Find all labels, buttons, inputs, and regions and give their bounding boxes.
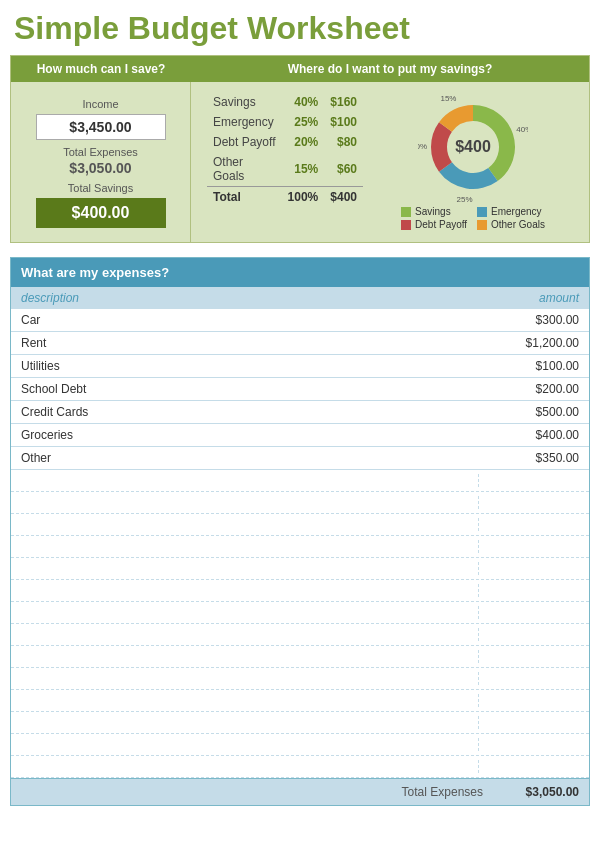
expense-amount: $500.00: [479, 405, 579, 419]
empty-desc[interactable]: [21, 584, 479, 597]
empty-amount[interactable]: [479, 584, 579, 597]
empty-amount[interactable]: [479, 474, 579, 487]
expense-desc: Rent: [21, 336, 479, 350]
expense-desc: Credit Cards: [21, 405, 479, 419]
empty-desc[interactable]: [21, 562, 479, 575]
expense-rows-container: Car $300.00 Rent $1,200.00 Utilities $10…: [11, 309, 589, 778]
savings-row: Savings 40% $160: [207, 92, 363, 112]
empty-amount[interactable]: [479, 606, 579, 619]
empty-desc[interactable]: [21, 650, 479, 663]
legend-color: [401, 220, 411, 230]
total-expenses-label: Total Expenses: [21, 146, 180, 158]
empty-desc[interactable]: [21, 474, 479, 487]
expense-row-empty[interactable]: [11, 602, 589, 624]
empty-amount[interactable]: [479, 628, 579, 641]
empty-amount[interactable]: [479, 540, 579, 553]
expense-row: Rent $1,200.00: [11, 332, 589, 355]
empty-amount[interactable]: [479, 496, 579, 509]
expense-row: School Debt $200.00: [11, 378, 589, 401]
chart-center-label: $400: [455, 138, 491, 156]
savings-row-pct: 15%: [282, 152, 325, 187]
empty-desc[interactable]: [21, 496, 479, 509]
savings-row-label: Emergency: [207, 112, 282, 132]
income-label: Income: [21, 98, 180, 110]
savings-row-amount: $60: [324, 152, 363, 187]
legend-color: [401, 207, 411, 217]
legend-label: Debt Payoff: [415, 219, 467, 230]
expense-amount: $100.00: [479, 359, 579, 373]
expense-row-empty[interactable]: [11, 580, 589, 602]
income-input[interactable]: [36, 114, 166, 140]
expense-row-empty[interactable]: [11, 646, 589, 668]
savings-row-pct: 100%: [282, 187, 325, 208]
empty-desc[interactable]: [21, 716, 479, 729]
expense-row-empty[interactable]: [11, 492, 589, 514]
legend-item: Debt Payoff: [401, 219, 469, 230]
expense-amount: $350.00: [479, 451, 579, 465]
expense-row-empty[interactable]: [11, 690, 589, 712]
savings-row-label: Debt Payoff: [207, 132, 282, 152]
donut-label: 15%: [440, 94, 456, 103]
empty-amount[interactable]: [479, 694, 579, 707]
expense-desc: Groceries: [21, 428, 479, 442]
total-expenses-value: $3,050.00: [21, 160, 180, 176]
empty-amount[interactable]: [479, 716, 579, 729]
donut-label: 20%: [418, 142, 427, 151]
empty-desc[interactable]: [21, 672, 479, 685]
chart-legend: Savings Emergency Debt Payoff Other Goal…: [401, 206, 545, 230]
savings-row-label: Other Goals: [207, 152, 282, 187]
expenses-col-header: description amount: [11, 287, 589, 309]
empty-amount[interactable]: [479, 760, 579, 773]
savings-row-amount: $160: [324, 92, 363, 112]
savings-row-pct: 20%: [282, 132, 325, 152]
expense-desc: School Debt: [21, 382, 479, 396]
empty-desc[interactable]: [21, 760, 479, 773]
expense-row-empty[interactable]: [11, 712, 589, 734]
savings-row-amount: $80: [324, 132, 363, 152]
empty-desc[interactable]: [21, 518, 479, 531]
savings-table: Savings 40% $160 Emergency 25% $100 Debt…: [207, 92, 363, 232]
donut-label: 25%: [457, 195, 473, 202]
expense-amount: $200.00: [479, 382, 579, 396]
expense-desc: Utilities: [21, 359, 479, 373]
expense-row-empty[interactable]: [11, 734, 589, 756]
empty-desc[interactable]: [21, 606, 479, 619]
expense-row-empty[interactable]: [11, 756, 589, 778]
empty-desc[interactable]: [21, 628, 479, 641]
col-amount-label: amount: [479, 291, 579, 305]
expenses-footer: Total Expenses $3,050.00: [11, 778, 589, 805]
empty-amount[interactable]: [479, 518, 579, 531]
savings-row-label: Total: [207, 187, 282, 208]
expense-row-empty[interactable]: [11, 536, 589, 558]
total-savings-value: $400.00: [36, 198, 166, 228]
expense-amount: $300.00: [479, 313, 579, 327]
empty-amount[interactable]: [479, 562, 579, 575]
expense-amount: $400.00: [479, 428, 579, 442]
legend-item: Emergency: [477, 206, 545, 217]
left-header-label: How much can I save?: [11, 56, 191, 82]
page-title: Simple Budget Worksheet: [0, 0, 600, 55]
expense-desc: Other: [21, 451, 479, 465]
donut-segment: [431, 122, 452, 171]
expense-row-empty[interactable]: [11, 558, 589, 580]
empty-amount[interactable]: [479, 738, 579, 751]
savings-row-label: Savings: [207, 92, 282, 112]
empty-amount[interactable]: [479, 672, 579, 685]
expense-row: Credit Cards $500.00: [11, 401, 589, 424]
empty-desc[interactable]: [21, 694, 479, 707]
empty-amount[interactable]: [479, 650, 579, 663]
expense-row-empty[interactable]: [11, 668, 589, 690]
empty-desc[interactable]: [21, 738, 479, 751]
donut-chart: 40%25%20%15% $400: [418, 92, 528, 202]
expense-row-empty[interactable]: [11, 514, 589, 536]
right-header-label: Where do I want to put my savings?: [191, 56, 589, 82]
expense-row-empty[interactable]: [11, 470, 589, 492]
expense-amount: $1,200.00: [479, 336, 579, 350]
expenses-footer-value: $3,050.00: [499, 785, 579, 799]
left-panel: Income Total Expenses $3,050.00 Total Sa…: [11, 82, 191, 242]
top-section: How much can I save? Where do I want to …: [10, 55, 590, 243]
expense-row: Other $350.00: [11, 447, 589, 470]
empty-desc[interactable]: [21, 540, 479, 553]
expense-row-empty[interactable]: [11, 624, 589, 646]
chart-container: 40%25%20%15% $400 Savings Emergency Debt…: [373, 92, 573, 232]
